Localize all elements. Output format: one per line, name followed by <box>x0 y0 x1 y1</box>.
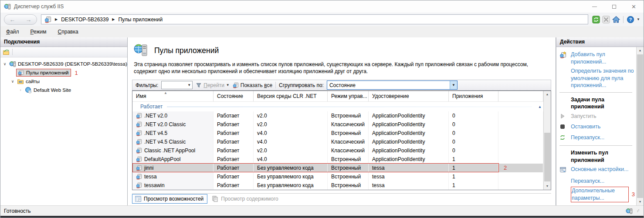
action-stop[interactable]: Остановить <box>559 122 635 133</box>
filter-input[interactable]: ▼ <box>161 81 193 89</box>
tree-node-server[interactable]: ∨ DESKTOP-5B26339 (DESKTOP-5B26339\tessa… <box>0 60 127 68</box>
collapse-group-icon[interactable]: ▲ <box>538 105 542 109</box>
show-all-button[interactable]: Показать все <box>233 82 272 88</box>
home-button[interactable] <box>612 16 620 23</box>
tab-features-view[interactable]: Просмотр возможностей <box>132 194 207 204</box>
menu-file[interactable]: Файл <box>6 29 19 35</box>
table-row[interactable]: tessa Работает Без управляемого кода Вст… <box>132 172 543 181</box>
column-header-state[interactable]: Состояние <box>214 91 254 101</box>
pool-clr: v2.0 <box>254 146 328 155</box>
pool-identity: ApplicationPoolIdentity <box>369 146 449 155</box>
table-row[interactable]: DefaultAppPool Работает v4.0 Встроенный … <box>132 155 543 164</box>
add-connection-icon[interactable] <box>3 49 10 56</box>
pool-clr: v2.0 <box>254 111 328 120</box>
view-tabs: Просмотр возможностей Просмотр содержимо… <box>132 193 551 205</box>
tree-node-app-pools[interactable]: Пулы приложений 1 <box>0 68 127 77</box>
help-button[interactable] <box>627 16 634 23</box>
action-advanced-settings[interactable]: Дополнительные параметры... 3 <box>559 186 635 204</box>
stop-button[interactable] <box>602 16 610 23</box>
action-start[interactable]: Запустить <box>559 112 635 123</box>
pool-apps: 1 <box>449 181 498 190</box>
column-header-name[interactable]: Имя <box>132 91 214 101</box>
scrollbar-thumb[interactable] <box>637 54 643 198</box>
app-pools-table: ▲ Имя Состояние Версия среды CLR .NET Ре… <box>132 91 543 190</box>
menu-view[interactable]: Режим <box>31 29 47 35</box>
scroll-down-icon[interactable]: ▼ <box>544 183 551 190</box>
table-row[interactable]: tessawin Работает Без управляемого кода … <box>132 181 543 190</box>
server-node-label: DESKTOP-5B26339 (DESKTOP-5B26339\tessa) <box>18 61 127 67</box>
app-pool-icon <box>136 165 142 171</box>
pool-clr: Без управляемого кода <box>254 172 328 181</box>
actions-tasks-heading: Задачи пула приложений <box>559 94 635 112</box>
column-header-identity[interactable]: Удостоверение <box>369 91 449 101</box>
table-row[interactable]: .NET v2.0 Работает v2.0 Встроенный Appli… <box>132 111 543 120</box>
default-site-node-label: Default Web Site <box>34 87 71 93</box>
chevron-down-icon[interactable]: ∨ <box>2 62 7 66</box>
breadcrumb-server[interactable]: DESKTOP-5B26339 <box>61 17 108 23</box>
maximize-button[interactable] <box>604 0 624 13</box>
scroll-up-icon[interactable]: ▲ <box>637 47 644 54</box>
action-recycle[interactable]: Перезапуск... <box>559 177 635 186</box>
pool-clr: v4.0 <box>254 129 328 138</box>
dropdown-arrow-icon[interactable]: ▼ <box>450 81 457 89</box>
back-button[interactable]: ← <box>10 16 16 23</box>
pool-name: tessa <box>144 174 157 180</box>
forward-button[interactable]: → <box>26 16 32 23</box>
pool-pipeline: Встроенный <box>328 155 369 164</box>
table-row[interactable]: .NET v4.5 Classic Работает v4.0 Классиче… <box>132 138 543 146</box>
column-header-clr[interactable]: Версия среды CLR .NET <box>254 91 328 101</box>
window-title: Диспетчер служб IIS <box>14 3 64 10</box>
pool-pipeline: Встроенный <box>328 181 369 190</box>
edit-heading-label: Изменить пул приложений <box>571 149 635 164</box>
action-set-defaults[interactable]: Определить значения по умолчанию для пул… <box>559 67 635 91</box>
app-pools-selected[interactable]: Пулы приложений <box>16 69 71 77</box>
table-row[interactable]: Classic .NET AppPool Работает v2.0 Класс… <box>132 146 543 155</box>
help-dropdown-icon[interactable]: ▼ <box>637 17 640 21</box>
menu-help[interactable]: Справка <box>58 29 78 35</box>
pool-apps: 1 <box>449 172 498 181</box>
group-by-value: Состояние <box>327 82 450 88</box>
status-text: Готовность <box>4 208 31 214</box>
chevron-right-icon[interactable]: › <box>18 88 23 92</box>
pool-apps: 0 <box>449 129 498 138</box>
stop-icon <box>559 124 566 130</box>
minimize-button[interactable] <box>585 0 604 13</box>
address-toolbar: ▼ <box>592 16 640 23</box>
page-title: Пулы приложений <box>154 43 219 55</box>
sort-asc-icon: ▲ <box>164 91 167 95</box>
tree-node-sites[interactable]: ∨ сайты <box>0 77 127 86</box>
connections-panel: Подключения ∨ DESKTOP-5B26339 (DESKTOP-5… <box>0 37 128 205</box>
tree-node-default-site[interactable]: › Default Web Site <box>0 86 127 94</box>
chevron-down-icon[interactable]: ∨ <box>10 79 15 84</box>
table-row[interactable]: .NET v2.0 Classic Работает v2.0 Классиче… <box>132 120 543 129</box>
tab-content-view[interactable]: Просмотр содержимого <box>210 195 281 203</box>
go-dropdown-icon[interactable]: ▼ <box>226 83 230 87</box>
action-recycle-top[interactable]: Перезапуск... <box>559 133 635 144</box>
scrollbar-thumb[interactable] <box>544 133 550 181</box>
scroll-up-icon[interactable]: ▲ <box>544 91 551 98</box>
pool-state: Работает <box>214 172 254 181</box>
column-header-pipeline[interactable]: Режим управ... <box>328 91 369 101</box>
pool-name: .NET v4.5 Classic <box>144 139 186 145</box>
table-scrollbar[interactable]: ▲ ▼ <box>543 91 551 190</box>
tab-content-label: Просмотр содержимого <box>221 196 278 202</box>
refresh-button[interactable] <box>592 16 600 23</box>
table-row-selected-jinni[interactable]: jinni Работает Без управляемого кода Вст… <box>132 164 543 172</box>
scroll-down-icon[interactable]: ▼ <box>637 198 644 205</box>
go-button[interactable]: Перейти ▼ <box>196 82 229 88</box>
resize-grip[interactable]: ⠞ <box>637 209 640 213</box>
breadcrumb-page[interactable]: Пулы приложений <box>118 17 163 23</box>
navigation-buttons: ← → <box>4 14 37 25</box>
breadcrumb[interactable]: ▶ DESKTOP-5B26339 ▶ Пулы приложений <box>41 14 588 24</box>
close-button[interactable]: ✕ <box>624 0 644 13</box>
table-row[interactable]: .NET v4.5 Работает v4.0 Встроенный Appli… <box>132 129 543 138</box>
action-add-pool[interactable]: Добавить пул приложений... <box>559 50 635 67</box>
actions-scrollbar[interactable]: ▲ ▼ <box>636 47 644 205</box>
group-by-select[interactable]: Состояние ▼ <box>327 80 458 90</box>
actions-list: Добавить пул приложений... Определить зн… <box>556 47 636 205</box>
window-controls: ✕ <box>585 0 644 13</box>
action-basic-settings[interactable]: Основные настройки... <box>559 165 635 177</box>
group-header-running[interactable]: Работает ▲ <box>132 102 543 111</box>
pool-identity: tessa <box>369 172 449 181</box>
column-header-apps[interactable]: Приложения <box>449 91 498 101</box>
